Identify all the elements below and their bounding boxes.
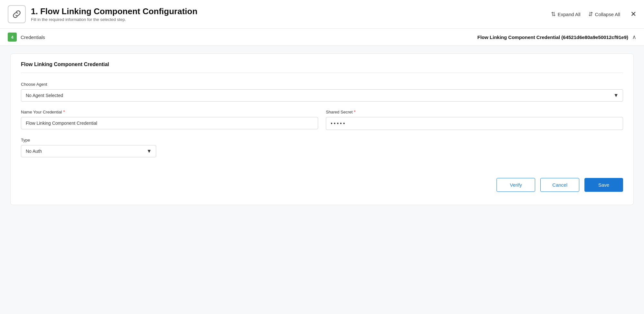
credential-name-required-star: *	[63, 109, 65, 114]
page-header: 1. Flow Linking Component Configuration …	[0, 0, 644, 29]
shared-secret-required-star: *	[354, 109, 355, 114]
section-credential-info: Flow Linking Component Credential (64521…	[477, 34, 628, 40]
form-card-title: Flow Linking Component Credential	[21, 62, 623, 73]
verify-button[interactable]: Verify	[497, 178, 535, 192]
content-area: Flow Linking Component Credential Choose…	[0, 46, 644, 314]
credential-name-input[interactable]	[21, 117, 318, 129]
type-group: Type No Auth ▼	[21, 138, 623, 157]
type-select-wrapper: No Auth ▼	[21, 145, 156, 157]
link-icon	[12, 9, 22, 19]
section-badge: 4	[8, 33, 17, 42]
page-subtitle: Fill in the required information for the…	[31, 17, 551, 22]
page-wrapper: 1. Flow Linking Component Configuration …	[0, 0, 644, 314]
page-title: 1. Flow Linking Component Configuration	[31, 6, 551, 16]
choose-agent-group: Choose Agent No Agent Selected ▼	[21, 82, 623, 102]
choose-agent-label: Choose Agent	[21, 82, 623, 87]
header-actions: ⇅ Expand All ⇵ Collapse All ✕	[551, 10, 636, 18]
shared-secret-input[interactable]	[326, 117, 623, 130]
agent-select-wrapper: No Agent Selected ▼	[21, 89, 623, 102]
expand-icon: ⇅	[551, 11, 556, 18]
shared-secret-label: Shared Secret *	[326, 109, 623, 114]
header-icon-box	[8, 5, 26, 23]
form-card: Flow Linking Component Credential Choose…	[10, 54, 634, 205]
expand-all-button[interactable]: ⇅ Expand All	[551, 11, 581, 18]
save-button[interactable]: Save	[584, 178, 623, 192]
expand-all-label: Expand All	[558, 12, 581, 17]
collapse-all-button[interactable]: ⇵ Collapse All	[588, 11, 620, 18]
cancel-button[interactable]: Cancel	[540, 178, 579, 192]
type-select[interactable]: No Auth	[21, 145, 156, 157]
agent-select[interactable]: No Agent Selected	[21, 89, 623, 102]
credential-row: Name Your Credential * Shared Secret *	[21, 109, 623, 138]
credential-name-group: Name Your Credential *	[21, 109, 318, 130]
action-bar: Verify Cancel Save	[21, 170, 623, 192]
section-label: Credentials	[21, 34, 477, 40]
type-label: Type	[21, 138, 623, 142]
header-text: 1. Flow Linking Component Configuration …	[31, 6, 551, 22]
collapse-icon: ⇵	[588, 11, 593, 18]
section-header: 4 Credentials Flow Linking Component Cre…	[0, 29, 644, 46]
shared-secret-group: Shared Secret *	[326, 109, 623, 130]
credential-name-label: Name Your Credential *	[21, 109, 318, 114]
close-button[interactable]: ✕	[630, 10, 636, 18]
section-chevron-icon[interactable]: ∧	[632, 34, 636, 41]
collapse-all-label: Collapse All	[595, 12, 620, 17]
